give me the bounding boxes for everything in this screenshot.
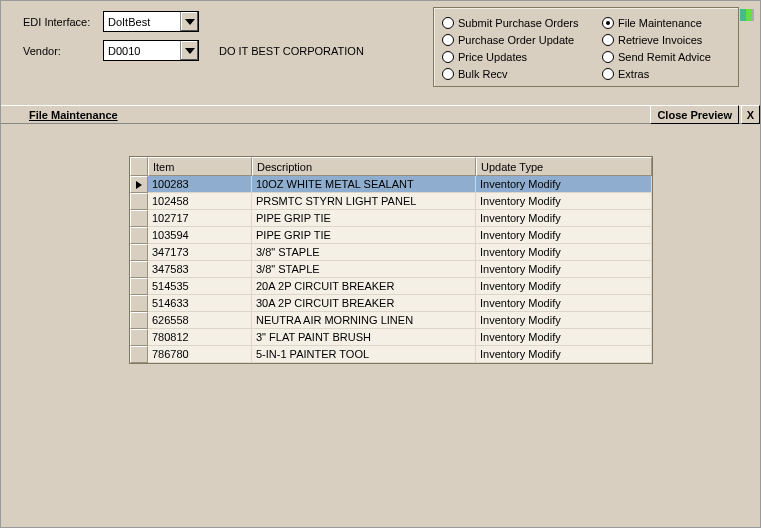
cell-update-type[interactable]: Inventory Modify — [476, 210, 652, 227]
table-row[interactable]: 51463330A 2P CIRCUIT BREAKERInventory Mo… — [130, 295, 652, 312]
row-indicator[interactable] — [130, 278, 148, 295]
table-row[interactable]: 3471733/8" STAPLEInventory Modify — [130, 244, 652, 261]
row-indicator[interactable] — [130, 312, 148, 329]
radio-label: File Maintenance — [618, 17, 702, 29]
cell-description[interactable]: 3/8" STAPLE — [252, 261, 476, 278]
row-indicator[interactable] — [130, 346, 148, 363]
file-maintenance-grid[interactable]: Item Description Update Type 10028310OZ … — [129, 156, 653, 364]
table-row[interactable]: 3475833/8" STAPLEInventory Modify — [130, 261, 652, 278]
radio-file-maintenance[interactable]: File Maintenance — [602, 17, 742, 29]
close-preview-button[interactable]: Close Preview — [650, 105, 739, 124]
current-row-icon — [136, 181, 142, 189]
cell-description[interactable]: 3" FLAT PAINT BRUSH — [252, 329, 476, 346]
cell-item[interactable]: 514633 — [148, 295, 252, 312]
chevron-down-icon[interactable] — [180, 41, 198, 60]
grid-header-description[interactable]: Description — [252, 157, 476, 176]
cell-item[interactable]: 102717 — [148, 210, 252, 227]
actions-groupbox: Submit Purchase OrdersFile MaintenancePu… — [433, 7, 739, 87]
cell-item[interactable]: 780812 — [148, 329, 252, 346]
cell-item[interactable]: 626558 — [148, 312, 252, 329]
radio-icon — [442, 51, 454, 63]
cell-description[interactable]: 10OZ WHITE METAL SEALANT — [252, 176, 476, 193]
table-row[interactable]: 102717PIPE GRIP TIEInventory Modify — [130, 210, 652, 227]
grid-header-row: Item Description Update Type — [130, 157, 652, 176]
cell-item[interactable]: 102458 — [148, 193, 252, 210]
table-row[interactable]: 102458PRSMTC STYRN LIGHT PANELInventory … — [130, 193, 652, 210]
row-indicator[interactable] — [130, 261, 148, 278]
grid-header-item[interactable]: Item — [148, 157, 252, 176]
row-indicator[interactable] — [130, 244, 148, 261]
radio-purchase-order-update[interactable]: Purchase Order Update — [442, 34, 602, 46]
grid-header-update-type[interactable]: Update Type — [476, 157, 652, 176]
cell-update-type[interactable]: Inventory Modify — [476, 295, 652, 312]
cell-update-type[interactable]: Inventory Modify — [476, 227, 652, 244]
cell-description[interactable]: PIPE GRIP TIE — [252, 210, 476, 227]
vendor-label: Vendor: — [23, 45, 103, 57]
cell-description[interactable]: PRSMTC STYRN LIGHT PANEL — [252, 193, 476, 210]
row-indicator[interactable] — [130, 176, 148, 193]
cell-description[interactable]: 20A 2P CIRCUIT BREAKER — [252, 278, 476, 295]
radio-label: Purchase Order Update — [458, 34, 574, 46]
vendor-dropdown[interactable]: D0010 — [103, 40, 199, 61]
edi-interface-label: EDI Interface: — [23, 16, 103, 28]
table-row[interactable]: 51453520A 2P CIRCUIT BREAKERInventory Mo… — [130, 278, 652, 295]
flag-icon — [740, 9, 754, 21]
cell-update-type[interactable]: Inventory Modify — [476, 329, 652, 346]
cell-item[interactable]: 100283 — [148, 176, 252, 193]
cell-update-type[interactable]: Inventory Modify — [476, 312, 652, 329]
table-row[interactable]: 7867805-IN-1 PAINTER TOOLInventory Modif… — [130, 346, 652, 363]
radio-label: Extras — [618, 68, 649, 80]
cell-update-type[interactable]: Inventory Modify — [476, 278, 652, 295]
radio-label: Send Remit Advice — [618, 51, 711, 63]
cell-item[interactable]: 347173 — [148, 244, 252, 261]
radio-submit-purchase-orders[interactable]: Submit Purchase Orders — [442, 17, 602, 29]
row-indicator[interactable] — [130, 193, 148, 210]
row-indicator[interactable] — [130, 210, 148, 227]
row-indicator[interactable] — [130, 295, 148, 312]
cell-update-type[interactable]: Inventory Modify — [476, 176, 652, 193]
vendor-name: DO IT BEST CORPORATION — [219, 45, 364, 57]
radio-label: Retrieve Invoices — [618, 34, 702, 46]
grid-header-indicator[interactable] — [130, 157, 148, 176]
table-row[interactable]: 10028310OZ WHITE METAL SEALANTInventory … — [130, 176, 652, 193]
cell-description[interactable]: 3/8" STAPLE — [252, 244, 476, 261]
cell-description[interactable]: 5-IN-1 PAINTER TOOL — [252, 346, 476, 363]
table-row[interactable]: 103594PIPE GRIP TIEInventory Modify — [130, 227, 652, 244]
radio-price-updates[interactable]: Price Updates — [442, 51, 602, 63]
radio-icon — [602, 17, 614, 29]
cell-item[interactable]: 786780 — [148, 346, 252, 363]
radio-bulk-recv[interactable]: Bulk Recv — [442, 68, 602, 80]
close-icon[interactable]: X — [741, 105, 760, 124]
cell-update-type[interactable]: Inventory Modify — [476, 193, 652, 210]
cell-update-type[interactable]: Inventory Modify — [476, 261, 652, 278]
table-row[interactable]: 626558NEUTRA AIR MORNING LINENInventory … — [130, 312, 652, 329]
radio-send-remit-advice[interactable]: Send Remit Advice — [602, 51, 742, 63]
radio-icon — [602, 51, 614, 63]
radio-icon — [442, 17, 454, 29]
table-row[interactable]: 7808123" FLAT PAINT BRUSHInventory Modif… — [130, 329, 652, 346]
radio-label: Submit Purchase Orders — [458, 17, 578, 29]
radio-icon — [602, 68, 614, 80]
radio-icon — [442, 68, 454, 80]
row-indicator[interactable] — [130, 329, 148, 346]
radio-retrieve-invoices[interactable]: Retrieve Invoices — [602, 34, 742, 46]
chevron-down-icon[interactable] — [180, 12, 198, 31]
cell-item[interactable]: 514535 — [148, 278, 252, 295]
cell-description[interactable]: PIPE GRIP TIE — [252, 227, 476, 244]
cell-item[interactable]: 103594 — [148, 227, 252, 244]
cell-update-type[interactable]: Inventory Modify — [476, 244, 652, 261]
radio-extras[interactable]: Extras — [602, 68, 742, 80]
cell-update-type[interactable]: Inventory Modify — [476, 346, 652, 363]
edi-interface-value: DoItBest — [108, 16, 180, 28]
cell-item[interactable]: 347583 — [148, 261, 252, 278]
radio-icon — [442, 34, 454, 46]
cell-description[interactable]: NEUTRA AIR MORNING LINEN — [252, 312, 476, 329]
edi-interface-dropdown[interactable]: DoItBest — [103, 11, 199, 32]
radio-label: Bulk Recv — [458, 68, 508, 80]
vendor-value: D0010 — [108, 45, 180, 57]
cell-description[interactable]: 30A 2P CIRCUIT BREAKER — [252, 295, 476, 312]
section-title: File Maintenance — [1, 109, 118, 121]
radio-label: Price Updates — [458, 51, 527, 63]
row-indicator[interactable] — [130, 227, 148, 244]
radio-icon — [602, 34, 614, 46]
